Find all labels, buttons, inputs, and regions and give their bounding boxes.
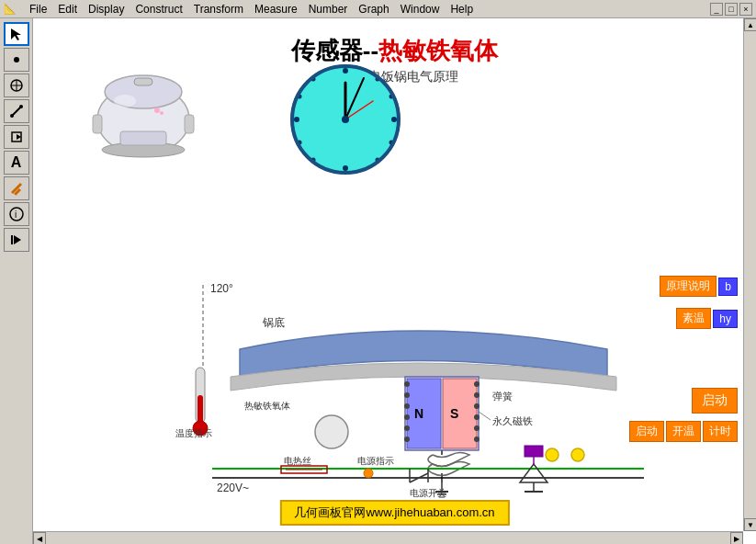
start-button[interactable]: 启动 <box>692 388 738 414</box>
footer-watermark: 几何画板官网www.jihehuaban.com.cn <box>279 500 509 526</box>
svg-point-30 <box>391 117 397 122</box>
svg-rect-56 <box>443 379 477 448</box>
scroll-down-arrow[interactable]: ▼ <box>744 518 756 531</box>
svg-point-92 <box>571 448 584 461</box>
app-icon: 📐 <box>4 3 17 15</box>
line-tool[interactable] <box>4 99 29 123</box>
minimize-btn[interactable]: _ <box>710 3 723 16</box>
svg-point-60 <box>404 392 410 398</box>
svg-point-20 <box>154 108 160 113</box>
svg-rect-25 <box>185 115 194 133</box>
timer-button[interactable]: 计时 <box>703 421 738 442</box>
menu-graph[interactable]: Graph <box>353 3 394 16</box>
svg-point-42 <box>342 116 349 123</box>
menu-help[interactable]: Help <box>445 3 479 16</box>
info-tool[interactable]: i <box>4 202 29 226</box>
svg-point-66 <box>474 392 480 398</box>
toolbar: A i <box>0 18 33 544</box>
scrollbar-right[interactable]: ▲ ▼ <box>743 18 756 531</box>
svg-point-63 <box>404 425 410 431</box>
text-tool[interactable]: A <box>4 151 29 175</box>
svg-text:120°: 120° <box>210 282 233 295</box>
menubar: 📐 File Edit Display Construct Transform … <box>0 0 756 18</box>
svg-text:温度指示: 温度指示 <box>175 428 212 438</box>
svg-point-59 <box>404 381 410 387</box>
point-tool[interactable] <box>4 48 29 72</box>
svg-point-70 <box>474 436 480 442</box>
svg-text:热敏铁氧体: 热敏铁氧体 <box>244 401 290 411</box>
svg-point-28 <box>343 165 348 171</box>
svg-point-52 <box>315 415 348 448</box>
marker-tool[interactable] <box>4 176 29 200</box>
svg-point-29 <box>294 117 299 122</box>
svg-point-81 <box>364 469 373 478</box>
menu-transform[interactable]: Transform <box>188 3 249 16</box>
svg-text:永久磁铁: 永久磁铁 <box>492 415 533 426</box>
svg-point-7 <box>19 105 23 108</box>
svg-point-64 <box>404 436 410 442</box>
svg-marker-14 <box>14 235 21 244</box>
scrollbar-bottom[interactable]: ◀ ▶ <box>33 531 743 544</box>
svg-text:锅底: 锅底 <box>262 316 285 329</box>
main-layout: A i 传感器--热敏铁氧体 ---------电饭锅电气原理 <box>0 18 756 544</box>
svg-point-69 <box>474 425 480 431</box>
menu-measure[interactable]: Measure <box>249 3 303 16</box>
scroll-up-arrow[interactable]: ▲ <box>744 18 756 31</box>
svg-text:电热丝: 电热丝 <box>284 456 311 466</box>
close-btn[interactable]: × <box>739 3 752 16</box>
svg-point-61 <box>404 403 410 409</box>
svg-rect-23 <box>120 131 166 145</box>
compass-tool[interactable] <box>4 74 29 97</box>
canvas-area: 传感器--热敏铁氧体 ---------电饭锅电气原理 <box>33 18 756 544</box>
scroll-left-arrow[interactable]: ◀ <box>33 532 46 544</box>
open-button[interactable]: 开温 <box>666 421 701 442</box>
pointer-tool[interactable] <box>4 22 29 46</box>
maximize-btn[interactable]: □ <box>725 3 738 16</box>
scroll-right-arrow[interactable]: ▶ <box>730 532 743 544</box>
svg-line-74 <box>479 412 491 420</box>
svg-point-67 <box>474 403 480 409</box>
animate-tool[interactable] <box>4 228 29 252</box>
svg-point-1 <box>14 57 19 62</box>
svg-point-21 <box>160 111 164 115</box>
hy-button[interactable]: hy <box>713 310 738 328</box>
menu-display[interactable]: Display <box>83 3 130 16</box>
svg-text:S: S <box>450 406 458 421</box>
svg-rect-24 <box>93 115 102 133</box>
menu-edit[interactable]: Edit <box>52 3 83 16</box>
polygon-tool[interactable] <box>4 125 29 149</box>
svg-text:i: i <box>15 210 17 220</box>
svg-point-19 <box>114 95 136 108</box>
svg-marker-93 <box>520 464 547 482</box>
svg-point-62 <box>404 414 410 420</box>
element-button[interactable]: 素温 <box>676 308 711 329</box>
menu-construct[interactable]: Construct <box>130 3 187 16</box>
svg-text:电源指示: 电源指示 <box>357 456 394 466</box>
svg-marker-0 <box>11 28 21 40</box>
principle-button[interactable]: 原理说明 <box>660 276 717 297</box>
svg-text:N: N <box>414 406 423 421</box>
svg-point-6 <box>10 114 14 118</box>
svg-text:弹簧: 弹簧 <box>492 391 513 402</box>
svg-point-91 <box>546 448 559 461</box>
svg-text:220V~: 220V~ <box>217 482 249 494</box>
menu-window[interactable]: Window <box>395 3 446 16</box>
menu-number[interactable]: Number <box>303 3 354 16</box>
b-button[interactable]: b <box>718 278 738 296</box>
svg-point-27 <box>343 68 348 74</box>
svg-line-5 <box>12 107 21 116</box>
svg-point-68 <box>474 414 480 420</box>
svg-rect-18 <box>134 78 152 85</box>
rice-cooker-image <box>88 69 198 161</box>
svg-rect-97 <box>525 446 543 457</box>
clock-container <box>286 60 405 183</box>
svg-point-65 <box>474 381 480 387</box>
svg-rect-47 <box>197 395 203 425</box>
start2-button[interactable]: 启动 <box>629 421 664 442</box>
right-panel-buttons: 原理说明 b 素温 hy 启动 启动 开温 计时 <box>629 276 738 442</box>
menu-file[interactable]: File <box>24 3 52 16</box>
svg-text:电源开关: 电源开关 <box>410 488 446 498</box>
svg-rect-55 <box>407 379 441 448</box>
